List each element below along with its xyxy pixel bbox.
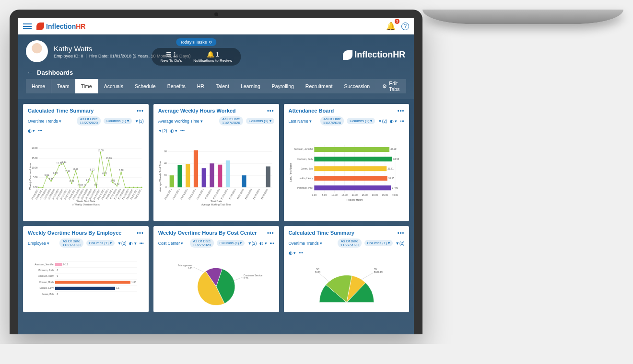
as-of-chip[interactable]: As Of Date11/27/2020 xyxy=(77,116,101,125)
svg-text:Start Date: Start Date xyxy=(211,200,222,203)
svg-text:60: 60 xyxy=(164,150,167,153)
widget-more-icon[interactable]: ••• xyxy=(299,250,303,255)
svg-rect-93 xyxy=(177,165,182,187)
avatar[interactable] xyxy=(26,40,48,62)
widget-menu-icon[interactable]: ••• xyxy=(137,230,144,236)
chart-type-icon[interactable]: ◐ ▾ xyxy=(259,241,267,246)
tab-home[interactable]: Home xyxy=(26,79,51,93)
as-of-chip[interactable]: As Of Date11/27/2020 xyxy=(190,239,214,248)
widget-more-icon[interactable]: ••• xyxy=(270,241,274,246)
widget-more-icon[interactable]: ••• xyxy=(140,241,144,246)
widget-more-icon[interactable]: ••• xyxy=(180,128,185,133)
widget-menu-icon[interactable]: ••• xyxy=(398,230,405,236)
tab-talent[interactable]: Talent xyxy=(210,79,235,93)
svg-point-22 xyxy=(67,172,69,174)
as-of-chip[interactable]: As Of Date11/27/2020 xyxy=(338,239,362,248)
widget-more-icon[interactable]: ••• xyxy=(400,119,404,124)
filter-icon[interactable]: ▼(2) xyxy=(135,119,144,124)
help-icon[interactable]: ? xyxy=(401,23,409,30)
svg-rect-92 xyxy=(169,175,174,187)
tab-schedule[interactable]: Schedule xyxy=(129,79,162,93)
svg-text:$184.19: $184.19 xyxy=(374,271,382,273)
svg-text:12.11: 12.11 xyxy=(60,161,67,163)
chart-type-icon[interactable]: ◐ ▾ xyxy=(129,241,136,246)
columns-chip[interactable]: Columns (1) ▾ xyxy=(217,240,245,246)
svg-text:Larkin, Henry: Larkin, Henry xyxy=(298,177,313,180)
svg-text:Clarkson, Kelly: Clarkson, Kelly xyxy=(38,275,54,277)
tab-payrolling[interactable]: Payrolling xyxy=(266,79,300,93)
svg-text:1.38: 1.38 xyxy=(131,281,136,284)
chart-type-icon[interactable]: ◐ ▾ xyxy=(289,250,296,255)
widget-menu-icon[interactable]: ••• xyxy=(267,108,274,114)
svg-text:18.08: 18.08 xyxy=(97,149,104,152)
chart-type-icon[interactable]: ◐ ▾ xyxy=(170,128,177,133)
svg-rect-164 xyxy=(55,281,130,284)
widget-overtime-by-employee: Weekly Overtime Hours By Employee••• Emp… xyxy=(23,226,149,312)
logo-swoosh-icon xyxy=(36,23,44,30)
tab-learning[interactable]: Learning xyxy=(235,79,266,93)
chart-type-icon[interactable]: ◐ ▾ xyxy=(390,119,397,124)
svg-text:Last, First Name: Last, First Name xyxy=(289,163,292,182)
gear-icon: ⚙ xyxy=(382,83,387,89)
columns-chip[interactable]: Columns (1) ▾ xyxy=(364,240,393,246)
widget-dropdown[interactable]: Last Name ▾ xyxy=(289,119,312,124)
filter-icon[interactable]: ▼(2) xyxy=(247,241,257,246)
as-of-chip[interactable]: As Of Date11/27/2020 xyxy=(59,239,83,248)
as-of-chip[interactable]: As Of Date11/27/2020 xyxy=(219,116,243,125)
widget-title: Calculated Time Summary xyxy=(289,230,354,236)
chart-type-icon[interactable]: ◐ ▾ xyxy=(28,128,35,133)
widget-more-icon[interactable]: ••• xyxy=(38,128,42,133)
as-of-chip[interactable]: As Of Date11/27/2020 xyxy=(320,116,344,125)
breadcrumb[interactable]: ← Dashboards xyxy=(27,69,406,76)
widget-dropdown[interactable]: Cost Center ▾ xyxy=(158,241,184,246)
columns-chip[interactable]: Columns (1) ▾ xyxy=(347,118,375,124)
svg-text:38.53: 38.53 xyxy=(393,158,399,160)
filter-icon[interactable]: ▼(2) xyxy=(378,119,387,124)
svg-rect-98 xyxy=(218,165,222,187)
brand-logo[interactable]: InflectionHR xyxy=(36,23,85,30)
svg-text:0.11: 0.11 xyxy=(94,184,99,187)
tab-hr[interactable]: HR xyxy=(191,79,210,93)
widget-menu-icon[interactable]: ••• xyxy=(137,108,144,114)
columns-chip[interactable]: Columns (1) ▾ xyxy=(86,240,115,246)
bell-icon[interactable]: 🔔3 xyxy=(386,22,396,31)
svg-text:Clarkson, Kelly: Clarkson, Kelly xyxy=(297,158,313,160)
svg-rect-101 xyxy=(266,166,270,187)
filter-icon[interactable]: ▼(2) xyxy=(117,241,127,246)
columns-chip[interactable]: Columns (1) ▾ xyxy=(246,118,274,124)
widget-dropdown[interactable]: Overtime Trends ▾ xyxy=(289,241,322,246)
columns-chip[interactable]: Columns (1) ▾ xyxy=(104,118,132,124)
widget-menu-icon[interactable]: ••• xyxy=(267,230,274,236)
tab-time[interactable]: Time xyxy=(75,79,98,93)
widget-dropdown[interactable]: Overtime Trends ▾ xyxy=(28,119,61,124)
svg-rect-95 xyxy=(194,150,198,187)
hero-brand-logo: InflectionHR xyxy=(343,50,405,60)
widget-menu-icon[interactable]: ••• xyxy=(398,108,405,114)
svg-text:15.00: 15.00 xyxy=(341,194,348,196)
widget-dropdown[interactable]: Employee ▾ xyxy=(28,241,49,246)
filter-icon[interactable]: ▼(2) xyxy=(396,241,405,246)
list-icon: ☰ xyxy=(166,51,172,58)
svg-text:2.76: 2.76 xyxy=(244,277,248,280)
svg-text:5.00: 5.00 xyxy=(33,176,38,179)
svg-rect-136 xyxy=(314,147,389,152)
tab-team[interactable]: Team xyxy=(51,79,75,93)
tab-accruals[interactable]: Accruals xyxy=(98,79,129,93)
edit-tabs-button[interactable]: ⚙Edit Tabs xyxy=(375,80,406,92)
tab-succession[interactable]: Succession xyxy=(338,79,375,93)
todays-tasks-chip[interactable]: Today's Tasks ↺ xyxy=(176,38,217,46)
svg-point-50 xyxy=(125,187,126,188)
svg-text:0: 0 xyxy=(57,293,58,296)
menu-icon[interactable] xyxy=(23,23,32,29)
emp-id: Employee ID: 0 xyxy=(54,54,83,58)
widget-dropdown[interactable]: Average Working Time ▾ xyxy=(158,119,203,124)
refresh-icon: ↺ xyxy=(209,40,212,45)
task-todos[interactable]: ☰ 1 New To Do's xyxy=(161,51,182,63)
svg-text:10/19/2020: 10/19/2020 xyxy=(220,188,228,200)
filter-icon[interactable]: ▼(2) xyxy=(158,128,167,133)
svg-text:35.81: 35.81 xyxy=(387,168,394,170)
svg-line-185 xyxy=(360,273,373,281)
tab-benefits[interactable]: Benefits xyxy=(162,79,191,93)
tab-recruitment[interactable]: Recruitment xyxy=(300,79,339,93)
task-notifications[interactable]: 🔔 1 Notifications to Review xyxy=(193,51,232,63)
